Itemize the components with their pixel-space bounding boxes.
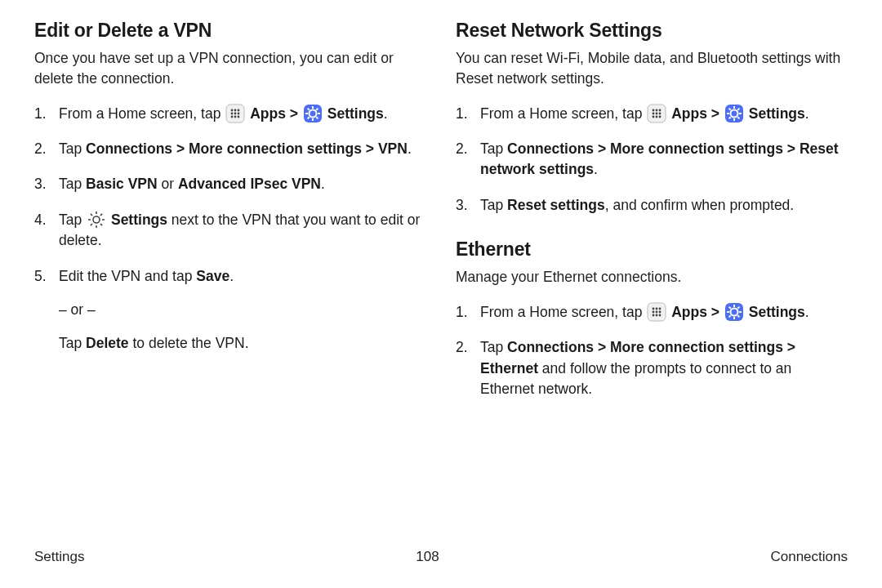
label-reset-settings: Reset settings <box>507 197 605 213</box>
svg-point-44 <box>659 308 662 310</box>
heading-ethernet: Ethernet <box>456 238 848 261</box>
settings-gear-icon <box>724 302 744 322</box>
steps-ethernet: From a Home screen, tap Apps > Settings.… <box>456 302 848 400</box>
svg-point-1 <box>231 109 234 111</box>
step-1: From a Home screen, tap Apps > Settings. <box>34 104 426 124</box>
text: . <box>384 105 388 122</box>
label-settings-gear: Settings <box>111 212 167 228</box>
svg-point-24 <box>659 109 662 111</box>
steps-vpn: From a Home screen, tap Apps > Settings.… <box>34 104 426 354</box>
text: From a Home screen, tap <box>59 105 225 122</box>
text: Tap <box>59 335 86 351</box>
footer-right: Connections <box>770 549 848 565</box>
heading-edit-delete-vpn: Edit or Delete a VPN <box>34 20 426 42</box>
svg-point-47 <box>659 311 662 314</box>
label-settings: Settings <box>749 105 805 122</box>
svg-point-23 <box>656 109 658 111</box>
step-4: Tap Settings next to the VPN that you wa… <box>34 210 426 252</box>
right-column: Reset Network Settings You can reset Wi-… <box>456 20 848 415</box>
svg-point-48 <box>653 314 655 317</box>
svg-point-20 <box>93 216 100 223</box>
step-3: Tap Basic VPN or Advanced IPsec VPN. <box>34 174 426 194</box>
text: From a Home screen, tap <box>480 304 646 320</box>
text: Tap <box>480 339 507 355</box>
text: Tap <box>59 140 86 157</box>
apps-grid-icon <box>647 104 666 123</box>
apps-grid-icon <box>225 104 245 123</box>
intro-ethernet: Manage your Ethernet connections. <box>456 267 848 287</box>
svg-point-2 <box>234 109 237 111</box>
heading-reset-network: Reset Network Settings <box>456 20 848 42</box>
svg-point-42 <box>653 308 655 310</box>
step-2: Tap Connections > More connection settin… <box>34 139 426 159</box>
svg-point-46 <box>656 311 658 314</box>
text: Tap <box>59 212 86 228</box>
delete-instruction: Tap Delete to delete the VPN. <box>59 333 426 354</box>
text: Tap <box>480 140 507 157</box>
text: Edit the VPN and tap <box>59 268 196 284</box>
or-divider: – or – <box>59 300 426 320</box>
step-1: From a Home screen, tap Apps > Settings. <box>456 302 848 323</box>
svg-point-30 <box>659 115 662 118</box>
section-ethernet: Ethernet Manage your Ethernet connection… <box>456 238 848 399</box>
label-settings: Settings <box>749 304 805 320</box>
svg-point-49 <box>656 314 658 317</box>
svg-point-7 <box>231 115 234 118</box>
svg-point-4 <box>231 112 234 114</box>
text: Tap <box>480 197 507 213</box>
label-apps: Apps <box>250 105 286 122</box>
text: , and confirm when prompted. <box>605 197 795 213</box>
label-advanced-ipsec: Advanced IPsec VPN <box>178 176 321 192</box>
settings-gear-icon <box>724 104 744 123</box>
text: From a Home screen, tap <box>480 105 646 122</box>
chevron: > <box>711 304 724 320</box>
svg-point-9 <box>238 115 240 118</box>
text: to delete the VPN. <box>129 335 249 351</box>
label-delete: Delete <box>86 335 129 351</box>
text: . <box>408 140 412 157</box>
svg-point-27 <box>659 112 662 114</box>
svg-point-6 <box>238 112 240 114</box>
steps-reset: From a Home screen, tap Apps > Settings.… <box>456 104 848 216</box>
intro-vpn: Once you have set up a VPN connection, y… <box>34 48 426 89</box>
text: Tap <box>59 176 86 192</box>
label-apps: Apps <box>671 304 707 320</box>
svg-point-25 <box>653 112 655 114</box>
path-connections-vpn: Connections > More connection settings >… <box>86 140 408 157</box>
apps-grid-icon <box>647 302 666 322</box>
svg-point-45 <box>653 311 655 314</box>
chevron: > <box>711 105 724 122</box>
label-apps: Apps <box>671 105 707 122</box>
footer-page-number: 108 <box>416 549 439 565</box>
svg-point-28 <box>653 115 655 118</box>
svg-point-50 <box>659 314 662 317</box>
left-column: Edit or Delete a VPN Once you have set u… <box>34 20 426 415</box>
chevron: > <box>290 105 302 122</box>
step-5: Edit the VPN and tap Save. – or – Tap De… <box>34 266 426 354</box>
page-footer: Settings 108 Connections <box>34 549 848 565</box>
svg-point-29 <box>656 115 658 118</box>
svg-point-8 <box>234 115 237 118</box>
path-reset-network: Connections > More connection settings >… <box>480 140 839 177</box>
svg-point-43 <box>656 308 658 310</box>
text: . <box>229 268 234 284</box>
svg-point-3 <box>238 109 240 111</box>
step-2: Tap Connections > More connection settin… <box>456 337 848 399</box>
text: . <box>805 304 809 320</box>
step-1: From a Home screen, tap Apps > Settings. <box>456 104 848 124</box>
svg-point-5 <box>234 112 237 114</box>
step-3: Tap Reset settings, and confirm when pro… <box>456 195 848 216</box>
intro-reset: You can reset Wi-Fi, Mobile data, and Bl… <box>456 48 848 89</box>
text: . <box>805 105 809 122</box>
text: or <box>158 176 178 192</box>
svg-point-26 <box>656 112 658 114</box>
text: . <box>321 176 325 192</box>
step-2: Tap Connections > More connection settin… <box>456 139 848 180</box>
text: . <box>594 161 598 177</box>
label-basic-vpn: Basic VPN <box>86 176 158 192</box>
label-settings: Settings <box>327 105 384 122</box>
label-save: Save <box>196 268 229 284</box>
settings-gear-icon <box>303 104 323 123</box>
gear-outline-icon <box>87 210 106 229</box>
footer-left: Settings <box>34 549 84 565</box>
